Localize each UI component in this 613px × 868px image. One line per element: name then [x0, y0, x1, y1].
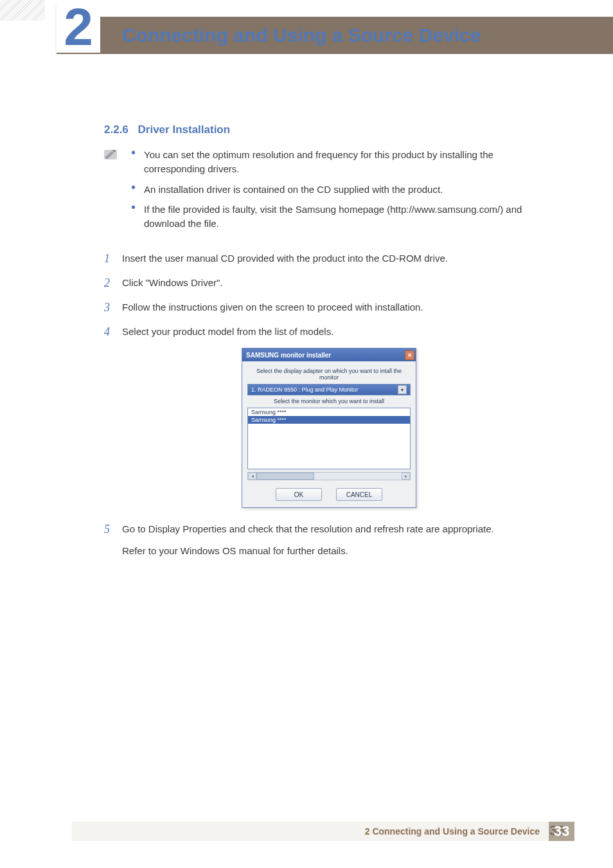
note-text: If the file provided is faulty, visit th…	[144, 203, 554, 231]
monitor-listbox[interactable]: Samsung **** Samsung ****	[247, 408, 411, 469]
scroll-right-icon[interactable]: ▸	[402, 473, 410, 480]
note-text: You can set the optimum resolution and f…	[144, 148, 554, 176]
step-text: Click "Windows Driver".	[122, 275, 554, 291]
section-number: 2.2.6	[104, 123, 129, 136]
header-band-cut	[0, 17, 57, 54]
step-item: 1 Insert the user manual CD provided wit…	[104, 250, 554, 267]
note-item: • If the file provided is faulty, visit …	[131, 203, 554, 231]
step-number: 3	[104, 299, 122, 316]
page-footer: 2 Connecting and Using a Source Device 3…	[72, 822, 574, 841]
note-text: An installation driver is contained on t…	[144, 183, 554, 197]
adapter-select-value: 1. RADEON 9550 : Plug and Play Monitor	[251, 386, 359, 393]
footer-chapter-label: 2 Connecting and Using a Source Device	[72, 822, 549, 841]
corner-hatch	[0, 0, 45, 21]
bullet-icon: •	[131, 148, 144, 176]
chapter-badge: 2	[57, 1, 100, 53]
scroll-left-icon[interactable]: ◂	[248, 473, 256, 480]
bullet-icon: •	[131, 183, 144, 197]
chevron-down-icon: ▾	[398, 385, 407, 394]
step-text: Follow the instructions given on the scr…	[122, 299, 554, 316]
chapter-title: Connecting and Using a Source Device	[122, 17, 481, 54]
dialog-label-monitor: Select the monitor which you want to ins…	[247, 398, 411, 404]
list-item[interactable]: Samsung ****	[248, 408, 410, 416]
step-item: 5 Go to Display Properties and check tha…	[104, 521, 554, 538]
installer-dialog: SAMSUNG monitor installer × Select the d…	[242, 348, 416, 508]
scroll-track[interactable]	[256, 473, 402, 480]
section-title: Driver Installation	[138, 123, 231, 136]
note-item: • You can set the optimum resolution and…	[131, 148, 554, 176]
cancel-button[interactable]: CANCEL	[336, 488, 382, 501]
page-number: 33	[549, 822, 574, 841]
dialog-title: SAMSUNG monitor installer	[246, 352, 331, 359]
horizontal-scrollbar[interactable]: ◂ ▸	[247, 472, 411, 480]
chapter-number: 2	[64, 1, 93, 53]
list-item[interactable]: Samsung ****	[248, 416, 410, 424]
step-number: 5	[104, 521, 122, 538]
step-text: Insert the user manual CD provided with …	[122, 250, 554, 267]
bullet-icon: •	[131, 203, 144, 231]
step-item: 3 Follow the instructions given on the s…	[104, 299, 554, 316]
close-icon[interactable]: ×	[405, 350, 414, 360]
ok-button[interactable]: OK	[276, 488, 322, 501]
dialog-label-adapter: Select the display adapter on which you …	[247, 368, 411, 381]
scroll-thumb[interactable]	[256, 473, 314, 480]
adapter-select[interactable]: 1. RADEON 9550 : Plug and Play Monitor ▾	[247, 384, 411, 395]
section-heading: 2.2.6 Driver Installation	[104, 123, 554, 136]
step-number: 1	[104, 250, 122, 267]
step-extra-text: Refer to your Windows OS manual for furt…	[122, 545, 554, 556]
step-item: 4 Select your product model from the lis…	[104, 323, 554, 340]
dialog-titlebar: SAMSUNG monitor installer ×	[242, 348, 416, 361]
note-pencil-icon	[104, 150, 117, 159]
note-item: • An installation driver is contained on…	[131, 183, 554, 197]
note-block: • You can set the optimum resolution and…	[104, 148, 554, 237]
step-number: 4	[104, 323, 122, 340]
step-text: Go to Display Properties and check that …	[122, 521, 554, 538]
step-item: 2 Click "Windows Driver".	[104, 275, 554, 291]
step-number: 2	[104, 275, 122, 291]
step-text: Select your product model from the list …	[122, 323, 554, 340]
